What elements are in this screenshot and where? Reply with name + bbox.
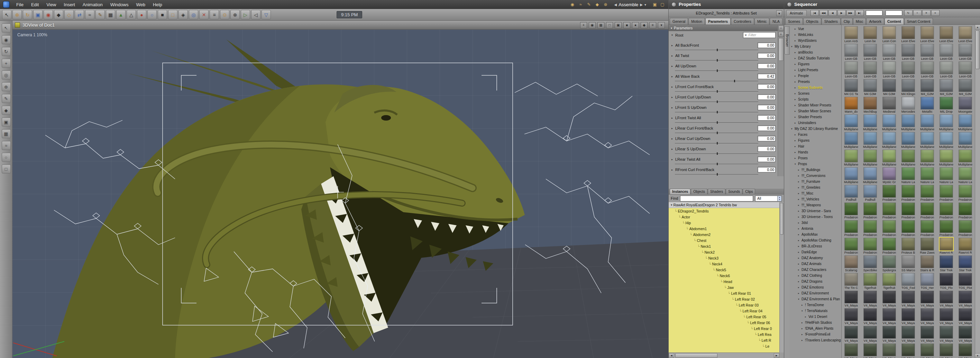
viewport-canvas[interactable]: Camera 1 100%	[13, 30, 668, 358]
content-thumbnail[interactable]	[902, 291, 915, 303]
sphere-tool-icon[interactable]: ○	[2, 153, 11, 162]
folder-misc[interactable]: ▸!!!_Misc	[790, 190, 841, 196]
content-item[interactable]: Multiplane	[861, 131, 880, 149]
content-thumbnail[interactable]	[940, 114, 953, 127]
parameter-options-icon[interactable]: ≡	[778, 32, 784, 37]
content-thumbnail[interactable]	[883, 114, 896, 127]
content-thumbnail[interactable]	[883, 308, 896, 321]
content-item[interactable]: TOS_Plo	[937, 272, 956, 290]
content-thumbnail[interactable]	[921, 344, 934, 356]
disclosure-icon[interactable]: ▸	[671, 147, 675, 150]
folder-daz-characters[interactable]: ▸DAZ Characters	[790, 267, 841, 272]
content-thumbnail[interactable]	[921, 326, 934, 339]
bone-tool-icon[interactable]: ▲	[116, 10, 126, 19]
content-thumbnail[interactable]	[864, 255, 877, 268]
expand-icon[interactable]: ▸	[798, 227, 802, 230]
tab-shaders[interactable]: Shaders	[822, 18, 841, 25]
content-item[interactable]: M4_G2M	[956, 79, 975, 97]
content-item[interactable]: Multiplane	[937, 149, 956, 167]
content-item[interactable]: Predatron	[899, 202, 918, 220]
content-item[interactable]: Mercedes	[899, 97, 918, 114]
find-input[interactable]	[680, 196, 753, 201]
scroll-left-icon[interactable]: ◀	[669, 353, 674, 358]
tab-animate[interactable]: Animate	[786, 10, 807, 16]
expand-icon[interactable]: ▸	[798, 239, 802, 242]
eyedropper-icon[interactable]: ◆	[594, 2, 600, 8]
instance-item-left-rear-0[interactable]: └Left Rear 0	[669, 326, 780, 331]
content-item[interactable]: Podhull	[842, 185, 861, 202]
expand-icon[interactable]: ▸	[798, 263, 802, 265]
slider-track[interactable]	[675, 101, 758, 102]
content-thumbnail[interactable]	[902, 255, 915, 268]
slider-tick[interactable]	[717, 59, 718, 62]
folder-weblinks[interactable]: ▸WebLinks	[790, 32, 841, 38]
content-thumbnail[interactable]	[883, 62, 896, 74]
content-thumbnail[interactable]	[883, 185, 896, 198]
slider-track[interactable]	[675, 60, 758, 60]
expand-icon[interactable]: ▸	[795, 157, 798, 160]
instance-item-neck2[interactable]: └Neck2	[669, 249, 780, 255]
content-item[interactable]: Leon Elve	[937, 26, 956, 44]
content-thumbnail[interactable]	[864, 238, 877, 250]
content-thumbnail[interactable]	[883, 273, 896, 286]
slider-tick[interactable]	[717, 173, 718, 176]
folder-faces[interactable]: ▸Faces	[790, 131, 841, 138]
content-thumbnail[interactable]	[940, 203, 953, 215]
content-item[interactable]: MIL Drop	[937, 97, 956, 114]
menu-edit[interactable]: Edit	[27, 2, 43, 7]
expand-icon[interactable]: ▸	[795, 116, 798, 119]
content-item[interactable]: M4 G3M	[861, 79, 880, 97]
slider-track[interactable]	[675, 154, 758, 154]
tab-smart-content[interactable]: Smart Content	[904, 18, 933, 25]
expand-icon[interactable]: ▸	[802, 304, 805, 307]
content-thumbnail[interactable]	[921, 255, 934, 268]
magnet-minus-icon[interactable]: ◇	[64, 10, 74, 19]
slider-track[interactable]	[675, 91, 758, 92]
content-thumbnail[interactable]	[940, 26, 953, 39]
viewport-titlebar[interactable]: 3DView of Doc1 +◉▦□▣■●◆≡▾	[13, 21, 668, 30]
content-thumbnail[interactable]	[940, 255, 953, 268]
folder-vol-1-desert[interactable]: ▸Vol 1 Desert	[790, 314, 841, 320]
content-thumbnail[interactable]	[864, 344, 877, 356]
pointer-tool-icon[interactable]: ↖	[2, 24, 11, 32]
tab-sounds[interactable]: Sounds	[726, 189, 742, 194]
param-value-input[interactable]	[757, 53, 776, 59]
expand-icon[interactable]: ▸	[802, 333, 805, 336]
content-item[interactable]: Multiplane	[880, 131, 899, 149]
content-item[interactable]: Predatron	[918, 220, 937, 238]
content-thumbnail[interactable]	[845, 273, 858, 286]
disclosure-icon[interactable]: ▸	[671, 65, 675, 68]
bend-tool-icon[interactable]: ≈	[85, 10, 94, 19]
disclosure-icon[interactable]: ▸	[671, 106, 675, 109]
tab-shaders[interactable]: Shaders	[708, 189, 725, 194]
slider-tick[interactable]	[717, 49, 718, 51]
folder-hair[interactable]: ▸Hair	[790, 143, 841, 149]
tab-controllers[interactable]: Controllers	[731, 18, 754, 25]
content-thumbnail[interactable]	[864, 220, 877, 233]
play-preview-icon[interactable]: ▷	[241, 10, 250, 19]
content-item[interactable]: Raw Zaws	[918, 238, 937, 255]
content-thumbnail[interactable]	[883, 238, 896, 250]
content-item[interactable]: Leon-GB	[956, 61, 975, 79]
param-value-input[interactable]	[757, 136, 776, 141]
instance-item-left-rear-04[interactable]: └Left Rear 04	[669, 308, 780, 314]
content-thumbnail[interactable]	[902, 114, 915, 127]
tab-mimic[interactable]: Mimic	[754, 18, 769, 25]
textured-mode-icon[interactable]: ◆	[641, 22, 648, 29]
content-item[interactable]: V4_Maya	[918, 290, 937, 308]
expand-icon[interactable]: ▸	[798, 192, 802, 195]
layout-single-icon[interactable]: ▣	[652, 2, 658, 8]
folder-br-jlodress[interactable]: ▸BR-JLoDress	[790, 243, 841, 249]
content-thumbnail[interactable]	[921, 62, 934, 74]
content-thumbnail[interactable]	[864, 26, 877, 39]
folder-dna-alien-plants[interactable]: ▸!DNA_Alien Plants	[790, 326, 841, 331]
content-item[interactable]: Metallic	[918, 97, 937, 114]
content-thumbnail[interactable]	[959, 326, 972, 339]
folder-shader-mixer-presets[interactable]: ▸Shader Mixer Presets	[790, 102, 841, 108]
expand-icon[interactable]: ▸	[795, 151, 798, 154]
content-item[interactable]: V4_Maya	[937, 308, 956, 326]
content-item[interactable]: TOS_Her	[918, 272, 937, 290]
drop-tool-icon[interactable]: ▽	[261, 10, 271, 19]
content-item[interactable]: Multiplane	[880, 149, 899, 167]
tab-general[interactable]: General	[670, 18, 688, 25]
